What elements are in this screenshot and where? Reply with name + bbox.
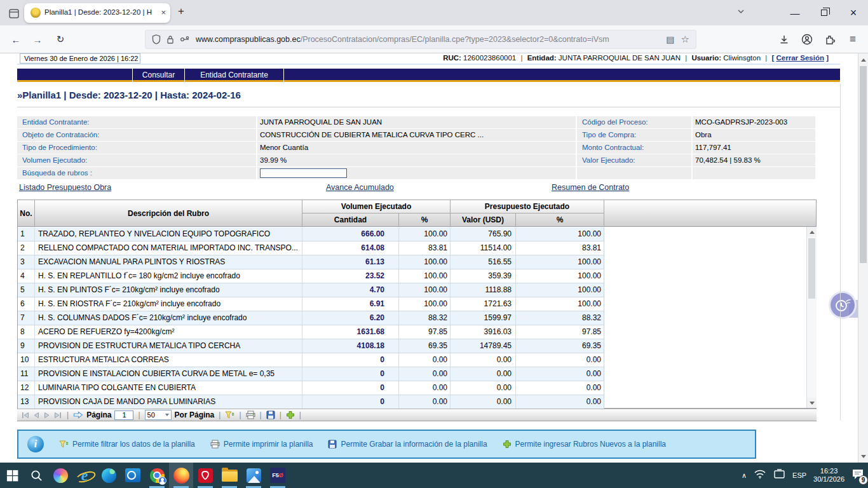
table-row[interactable]: 11PROVISION E INSTALACION CUBIERTA CURVA… (18, 367, 604, 381)
extensions-icon[interactable] (822, 31, 838, 48)
print-icon[interactable] (246, 410, 255, 419)
cell: 1721.63 (451, 297, 516, 311)
window-restore-icon[interactable] (815, 4, 833, 22)
permissions-icon[interactable] (180, 36, 190, 43)
reader-mode-icon[interactable]: ▤ (666, 34, 674, 44)
help-text: Permite Grabar la información de la plan… (341, 440, 487, 449)
bracket: ] (826, 54, 829, 62)
add-rubro-icon[interactable] (286, 410, 295, 419)
table-scrollbar-thumb[interactable] (808, 238, 815, 299)
edge-taskbar-button[interactable] (97, 463, 121, 488)
nav-item-entidad-contratante[interactable]: Entidad Contratante (185, 69, 283, 82)
photos-taskbar-button[interactable] (241, 463, 266, 488)
internet-explorer-taskbar-button[interactable]: e (72, 463, 97, 488)
table-row[interactable]: 1TRAZADO, REPLANTEO Y NIVELACION EQUIPO … (18, 227, 604, 241)
cell: 97.85 (399, 325, 451, 339)
page-content: Viernes 30 de Enero de 2026 | 16:22 RUC:… (0, 53, 868, 463)
table-row[interactable]: 10ESTRUCTURA METALICA CORREAS00.000.000.… (18, 353, 604, 367)
copilot-icon (53, 468, 68, 483)
search-taskbar-button[interactable] (24, 463, 48, 488)
menu-icon[interactable]: ≡ (844, 31, 861, 48)
per-page-select[interactable]: 50 (145, 410, 172, 420)
cell: 100.00 (516, 227, 604, 241)
link-listado-presupuesto-obra[interactable]: Listado Presupuesto Obra (19, 183, 111, 192)
table-row[interactable]: 2RELLENO COMPACTADO CON MATERIAL IMPORTA… (18, 241, 604, 255)
page-scroll-down-button[interactable] (858, 451, 868, 461)
last-page-icon[interactable] (53, 412, 62, 419)
account-icon[interactable] (799, 31, 815, 48)
chrome-profile-badge (158, 477, 166, 485)
first-page-icon[interactable] (21, 412, 30, 419)
site-favicon-icon (31, 8, 41, 18)
info-label: Volumen Ejecutado: (17, 154, 257, 166)
back-icon[interactable]: ← (8, 31, 24, 48)
new-tab-icon[interactable]: + (178, 5, 184, 18)
info-label: Búsqueda de rubros : (17, 167, 257, 179)
meet-now-icon[interactable] (773, 469, 785, 482)
shield-icon[interactable] (152, 34, 161, 44)
table-row[interactable]: 4H. S. EN REPLANTILLO f´c= 180 kg/cm2 in… (18, 269, 604, 283)
table-row[interactable]: 8ACERO DE REFUERZO fy=4200kg/cm²1631.689… (18, 325, 604, 339)
rubros-search-input[interactable] (260, 168, 347, 178)
cell: LUMINARIA TIPO COLGANTE EN CUBIERTA (35, 381, 302, 395)
col-header-volumen-pct: % (399, 214, 451, 227)
previous-page-icon[interactable] (33, 412, 40, 419)
link-resumen-de-contrato[interactable]: Resumen de Contrato (552, 183, 629, 192)
bookmark-star-icon[interactable]: ☆ (681, 34, 689, 45)
firefox-taskbar-button[interactable] (169, 463, 193, 488)
time-tracker-widget-icon[interactable] (829, 291, 857, 319)
fso-taskbar-button[interactable]: F5Ø (266, 463, 290, 488)
notification-center-icon[interactable]: 9 (851, 468, 864, 482)
cell: ESTRUCTURA METALICA CORREAS (35, 353, 302, 367)
table-row[interactable]: 6H. S. EN RIOSTRA F´c= 210kg/cm² incluye… (18, 297, 604, 311)
acrobat-taskbar-button[interactable] (193, 463, 217, 488)
table-row[interactable]: 13PROVISION CAJA DE MANDO PARA LUMINARIA… (18, 395, 604, 409)
info-row: Objeto de Contratación:CONSTRUCCIÓN DE C… (17, 129, 815, 141)
copilot-taskbar-button[interactable] (48, 463, 72, 488)
page-scrollbar-thumb[interactable] (860, 66, 867, 263)
language-indicator[interactable]: ESP (792, 471, 806, 479)
clock[interactable]: 16:2330/1/2026 (813, 467, 844, 484)
chrome-taskbar-button[interactable] (145, 463, 169, 488)
save-icon[interactable] (266, 410, 275, 419)
url-bar[interactable]: www.compraspublicas.gob.ec/ProcesoContra… (145, 30, 696, 49)
separator: | (278, 410, 283, 419)
downloads-icon[interactable] (776, 31, 792, 48)
wifi-icon[interactable] (754, 469, 766, 482)
cell: 1599.97 (451, 311, 516, 325)
url-text[interactable]: www.compraspublicas.gob.ec/ProcesoContra… (196, 35, 660, 44)
logout-link[interactable]: Cerrar Sesión (776, 54, 824, 62)
nav-item-consultar[interactable]: Consultar (133, 69, 184, 82)
window-minimize-icon[interactable]: — (786, 4, 804, 22)
list-tabs-chevron-icon[interactable] (736, 6, 746, 19)
file-explorer-taskbar-button[interactable] (217, 463, 241, 488)
reload-icon[interactable]: ↻ (52, 31, 69, 48)
filter-icon[interactable] (225, 411, 234, 419)
info-label: Valor Ejecutado: (577, 154, 693, 166)
table-row[interactable]: 3EXCAVACION MANUAL PARA PLINTOS Y RIOSTR… (18, 255, 604, 269)
forward-icon[interactable]: → (29, 31, 46, 48)
page-scroll-up-button[interactable] (858, 55, 868, 65)
cell: 0.00 (399, 395, 451, 409)
usuario-label: Usuario: (691, 54, 721, 62)
tab-close-icon[interactable]: × (161, 8, 166, 18)
browser-tab[interactable]: Planilla1 | Desde: 2023-12-20 | H × (24, 3, 170, 23)
go-to-page-icon[interactable] (73, 411, 83, 419)
tray-chevron-icon[interactable]: ∧ (742, 471, 747, 480)
nav-separator (283, 69, 284, 82)
table-row[interactable]: 12LUMINARIA TIPO COLGANTE EN CUBIERTA00.… (18, 381, 604, 395)
table-row[interactable]: 7H. S. COLUMNAS DADOS F´c= 210kg/cm² inc… (18, 311, 604, 325)
table-scroll-up-button[interactable] (807, 227, 817, 237)
link-avance-acumulado[interactable]: Avance Acumulado (326, 183, 394, 192)
start-taskbar-button[interactable] (0, 463, 24, 488)
table-row[interactable]: 9PROVISION DE ESTRUCTURA METALICA TIPO C… (18, 339, 604, 353)
window-close-icon[interactable]: × (844, 4, 862, 22)
page-number-input[interactable] (114, 410, 133, 420)
table-row[interactable]: 5H. S. EN PLINTOS F´c= 210kg/cm² incluye… (18, 283, 604, 297)
table-scroll-down-button[interactable] (807, 398, 817, 408)
next-page-icon[interactable] (43, 412, 50, 419)
outlook-taskbar-button[interactable] (121, 463, 145, 488)
session-divider (17, 64, 840, 65)
firefox-view-icon[interactable] (6, 6, 22, 21)
lock-icon[interactable] (166, 35, 174, 44)
